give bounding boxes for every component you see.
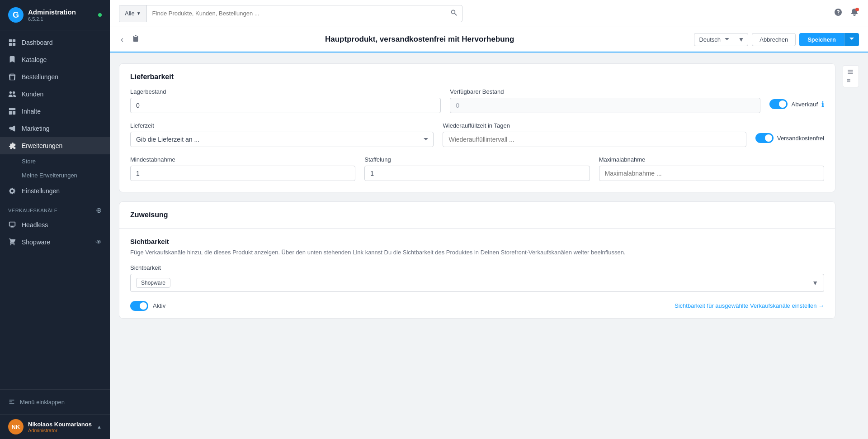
sidebar-item-marketing[interactable]: Marketing	[0, 120, 110, 137]
user-info: Nikolaos Koumarianos Administrator	[28, 421, 92, 433]
page-title: Hauptprodukt, versandkostenfrei mit Herv…	[152, 35, 687, 44]
sichtbarkeit-link[interactable]: Sichtbarkeit für ausgewählte Verkaufskan…	[675, 302, 824, 309]
abverkauf-toggle-knob	[779, 100, 786, 108]
mindestabnahme-input[interactable]	[130, 166, 355, 181]
sichtbarkeit-description: Füge Verkaufskanäle hinzu, die dieses Pr…	[130, 248, 824, 257]
cancel-button[interactable]: Abbrechen	[752, 33, 796, 46]
sidebar-subitem-store[interactable]: Store	[0, 154, 110, 168]
help-icon	[834, 8, 843, 17]
sidebar-item-bestellungen[interactable]: Bestellungen	[0, 68, 110, 86]
lieferzeit-select[interactable]: Gib die Lieferzeit an ...	[130, 132, 434, 147]
lieferzeit-group: Lieferzeit Gib die Lieferzeit an ...	[130, 122, 434, 147]
sidebar-item-shopware[interactable]: Shopware 👁	[0, 234, 110, 251]
search-submit-button[interactable]	[446, 9, 462, 18]
shopping-bag-icon	[8, 73, 16, 81]
user-section[interactable]: NK Nikolaos Koumarianos Administrator ▲	[0, 414, 110, 439]
list-view-button[interactable]: ≡	[843, 65, 859, 87]
aktiv-toggle-group: Aktiv	[130, 301, 165, 311]
collapse-icon	[8, 398, 15, 406]
copy-icon	[132, 34, 140, 43]
verfuegbarer-bestand-input[interactable]	[450, 98, 760, 113]
aktiv-toggle[interactable]	[130, 301, 148, 311]
save-chevron-icon	[849, 36, 854, 42]
search-bar: Alle ▼	[119, 5, 462, 22]
abverkauf-help-icon[interactable]: ℹ	[821, 100, 824, 109]
sidebar-item-einstellungen[interactable]: Einstellungen	[0, 182, 110, 200]
monitor-icon	[8, 221, 16, 229]
search-all-label: Alle	[125, 10, 135, 17]
stock-row: Lagerbestand Verfügbarer Bestand Abverka…	[130, 88, 824, 113]
sidebar-item-marketing-label: Marketing	[22, 125, 49, 132]
staffelung-group: Staffelung	[364, 156, 590, 181]
aktiv-label: Aktiv	[153, 302, 165, 309]
abverkauf-label: Abverkauf	[791, 101, 818, 108]
search-input[interactable]	[147, 5, 446, 22]
sidebar-item-bestellungen-label: Bestellungen	[22, 73, 58, 81]
verfuegbarer-bestand-label: Verfügbarer Bestand	[450, 88, 760, 95]
sichtbarkeit-select[interactable]: Shopware ▼	[130, 274, 824, 292]
help-button[interactable]	[834, 8, 843, 19]
maximalabnahme-label: Maximalabnahme	[599, 156, 824, 163]
abverkauf-toggle[interactable]	[769, 99, 788, 109]
menu-einklappen-btn[interactable]: Menü einklappen	[0, 394, 110, 410]
add-verkaufskanal-icon[interactable]: ⊕	[96, 206, 102, 215]
language-selector: Deutsch English ▼	[694, 33, 748, 46]
sichtbarkeit-field-label: Sichtbarkeit	[130, 264, 824, 271]
copy-button[interactable]	[130, 33, 142, 46]
abverkauf-group: Abverkauf ℹ	[769, 88, 824, 109]
versandkostenfrei-toggle-knob	[765, 134, 772, 142]
language-select[interactable]: Deutsch English	[694, 33, 734, 46]
sidebar-subitem-meine-erweiterungen[interactable]: Meine Erweiterungen	[0, 168, 110, 182]
zuweisung-card: Zuweisung Sichtbarkeit Füge Verkaufskanä…	[119, 201, 835, 319]
svg-rect-6	[13, 111, 15, 115]
content-sidebar: ≡	[843, 63, 859, 428]
aktiv-toggle-knob	[140, 302, 147, 310]
sidebar-item-inhalte-label: Inhalte	[22, 108, 41, 115]
versandkostenfrei-label: Versandkostenfrei	[777, 135, 824, 142]
save-button[interactable]: Speichern	[799, 33, 844, 46]
search-all-button[interactable]: Alle ▼	[119, 5, 147, 22]
back-button[interactable]: ‹	[119, 33, 125, 46]
lieferzeit-label: Lieferzeit	[130, 122, 434, 129]
sidebar-nav: Dashboard Kataloge Bestellungen Kunden	[0, 30, 110, 389]
sidebar-item-inhalte[interactable]: Inhalte	[0, 103, 110, 120]
lieferbarkeit-card: Lieferbarkeit Lagerbestand Verfügbarer B…	[119, 63, 835, 192]
save-dropdown-button[interactable]	[844, 33, 859, 46]
layout-icon	[8, 107, 16, 115]
search-all-chevron-icon: ▼	[137, 11, 141, 16]
online-indicator	[98, 13, 102, 17]
settings-icon	[8, 187, 16, 195]
sidebar-header: G Administration 6.5.2.1	[0, 0, 110, 30]
svg-rect-5	[9, 111, 12, 115]
versandkostenfrei-toggle[interactable]	[755, 133, 774, 143]
sidebar-item-erweiterungen[interactable]: Erweiterungen	[0, 137, 110, 154]
topbar: Alle ▼	[110, 0, 868, 27]
save-button-group: Speichern	[799, 33, 859, 46]
aktiv-row: Aktiv Sichtbarkeit für ausgewählte Verka…	[119, 301, 835, 318]
shopware-visibility-icon: 👁	[95, 239, 102, 246]
app-title: Administration	[28, 8, 76, 16]
sidebar-item-dashboard[interactable]: Dashboard	[0, 34, 110, 51]
verkaufskanaele-section: Verkaufskanäle ⊕	[0, 200, 110, 216]
staffelung-input[interactable]	[364, 166, 590, 181]
sub-header: ‹ Hauptprodukt, versandkostenfrei mit He…	[110, 27, 868, 52]
app-logo: G	[8, 7, 24, 23]
notifications-button[interactable]	[850, 8, 859, 19]
lagerbestand-label: Lagerbestand	[130, 88, 441, 95]
abnahme-row: Mindestabnahme Staffelung Maximalabnahme	[130, 156, 824, 181]
sidebar-item-kunden[interactable]: Kunden	[0, 86, 110, 103]
search-icon	[450, 9, 458, 16]
maximalabnahme-input[interactable]	[599, 166, 824, 181]
sidebar-item-shopware-label: Shopware	[22, 239, 50, 246]
wiederauffuellzeit-input[interactable]	[443, 132, 746, 147]
wiederauffuellzeit-group: Wiederauffüllzeit in Tagen	[443, 122, 746, 147]
sidebar-item-erweiterungen-label: Erweiterungen	[22, 142, 62, 149]
maximalabnahme-group: Maximalabnahme	[599, 156, 824, 181]
sub-header-nav: ‹	[119, 33, 142, 46]
sidebar-item-headless[interactable]: Headless	[0, 216, 110, 234]
sidebar-item-kataloge[interactable]: Kataloge	[0, 51, 110, 68]
lagerbestand-input[interactable]	[130, 98, 441, 113]
main-area: Alle ▼	[110, 0, 868, 439]
verkaufskanaele-label: Verkaufskanäle	[8, 208, 58, 213]
user-avatar: NK	[8, 419, 24, 434]
